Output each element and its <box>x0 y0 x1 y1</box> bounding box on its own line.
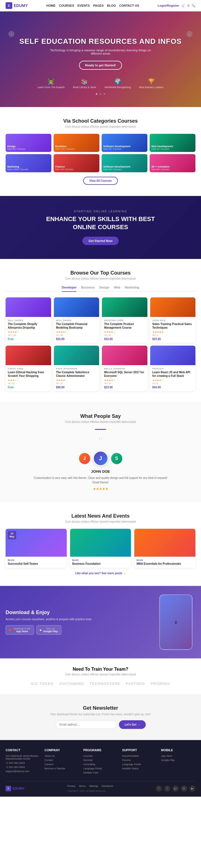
footer-logo-text: EDUMY <box>12 786 25 790</box>
news-cat-2: BLOG <box>72 559 129 561</box>
tab-web[interactable]: Web <box>114 286 120 292</box>
hero-next-button[interactable]: › <box>186 31 193 37</box>
course-card-2[interactable]: WILL GREEN The Complete Financial Modeli… <box>54 298 99 343</box>
course-instructor-5: CAROL KING <box>8 367 49 370</box>
course-rating-4: ★★★★★ <box>152 331 194 333</box>
category-business[interactable]: Business Gain 112+ Courses <box>54 134 99 152</box>
nav-pages[interactable]: PAGES <box>93 4 104 7</box>
course-card-3[interactable]: KRISTINA CARR The Complete Product Manag… <box>102 298 147 343</box>
footer-appstore-link[interactable]: App Store <box>161 754 195 757</box>
footer-consulting[interactable]: Consulting <box>83 763 117 766</box>
footer-googleplay-link[interactable]: Google Play <box>161 759 195 762</box>
footer-seminar[interactable]: Seminar <box>83 759 117 762</box>
footer-notable-status[interactable]: Notable Status <box>122 767 156 770</box>
category-software-dev-2[interactable]: Software Development Gain 50+ Courses <box>102 154 147 172</box>
cat-name-2: Business <box>55 145 98 148</box>
hero-dot-2[interactable] <box>100 93 101 95</box>
course-card-5[interactable]: CAROL KING Learn Ethical Hacking from Sc… <box>6 346 51 391</box>
hero-prev-button[interactable]: ‹ <box>8 31 15 37</box>
news-cat-1: BLOG <box>8 559 64 561</box>
footer-contact-links: 131 Dartmouth Street Boston, Massachuset… <box>6 754 40 773</box>
category-finance[interactable]: Finance Gain 14+ Courses <box>54 154 99 172</box>
news-more-link[interactable]: Like what you see? See more posts → <box>6 572 195 575</box>
feature-label-3: Worldwide Recognizing <box>105 86 131 89</box>
category-3d-animation[interactable]: 3D + Animation Gain 68+ Courses <box>150 154 195 172</box>
cat-name-4: Web Development <box>151 145 194 148</box>
course-rating-1: ★★★★☆ <box>8 331 49 333</box>
google-plus-icon[interactable]: g+ <box>173 785 179 792</box>
footer-forums[interactable]: Forums <box>122 759 156 762</box>
footer-contact-title: CONTACT <box>6 748 40 752</box>
footer-courses-link[interactable]: Courses <box>83 754 117 757</box>
footer-careers[interactable]: Careers <box>45 763 79 766</box>
category-design[interactable]: Design Gain 90+ Courses <box>6 134 51 152</box>
category-web-dev[interactable]: Web Development Gain 41+ Courses <box>150 134 195 152</box>
footer-privacy[interactable]: Privacy <box>67 785 76 787</box>
enhance-cta-button[interactable]: Get Started Now <box>82 237 119 245</box>
hero-dot-3[interactable] <box>104 93 105 95</box>
footer-phone-2[interactable]: +1 651-991-0844 <box>6 766 40 769</box>
course-card-7[interactable]: BELLA JOHNSON Microsoft SQL Server 2017 … <box>102 346 147 391</box>
footer-copyright: Copyright © 2016. All Rights Reserved. <box>67 790 113 792</box>
footer-notable-tutor[interactable]: Notable Tutor <box>83 771 117 774</box>
testimonial-stars: ★★★★★ <box>6 487 195 491</box>
cart-icon[interactable]: 🛒 <box>181 4 185 7</box>
footer-sitemap[interactable]: Sitemap <box>89 785 98 787</box>
footer-docs[interactable]: Documentation <box>122 754 156 757</box>
news-card-2[interactable]: BLOG Business Foundation <box>70 529 131 568</box>
nav-logo[interactable]: E EDUMY <box>6 2 28 9</box>
hero-dot-1[interactable] <box>96 93 97 95</box>
footer-about[interactable]: About Us <box>45 754 79 757</box>
nav-courses[interactable]: COURSES <box>59 4 74 7</box>
linkedin-icon[interactable]: in <box>181 785 187 792</box>
footer-phone-1[interactable]: +1 651-991-0844 <box>6 762 40 764</box>
app-store-button[interactable]: 🍎 Download on the App Store <box>6 625 34 635</box>
nav-events[interactable]: EVENTS <box>78 4 90 7</box>
tab-developer[interactable]: Developer <box>62 286 77 292</box>
youtube-icon[interactable]: ▶ <box>189 785 195 792</box>
footer-terms[interactable]: Terms <box>79 785 86 787</box>
footer-disclaimer[interactable]: Disclaimer <box>102 785 113 787</box>
tab-marketing[interactable]: Marketing <box>125 286 139 292</box>
footer-email[interactable]: support@edumy.com <box>6 770 40 773</box>
course-card-8[interactable]: PRISCILA Learn React JS and Web API for … <box>150 346 196 391</box>
course-title-4: Sales Training Practical Sales Technique… <box>152 322 194 330</box>
login-button[interactable]: Login/Register <box>158 4 179 7</box>
cat-name-1: Design <box>7 145 50 148</box>
hero-feature-3: 🌍 Worldwide Recognizing <box>105 78 131 89</box>
news-card-1[interactable]: 24May BLOG Successful Self-Teams <box>6 529 67 568</box>
course-card-4[interactable]: JOHN RICE Sales Training Practical Sales… <box>150 298 196 343</box>
course-rating-2: ★★★★☆ <box>56 331 97 333</box>
nav-contact[interactable]: CONTACT US <box>119 4 139 7</box>
category-software-dev[interactable]: Software Development Gain 50+ Courses <box>102 134 147 152</box>
footer-become-teacher[interactable]: Become a Teacher <box>45 767 79 770</box>
view-all-courses-button[interactable]: View All Courses <box>83 177 118 185</box>
partners-title: Need To Train Your Team? <box>6 667 195 672</box>
cat-count-6: Gain 14+ Courses <box>55 168 98 170</box>
nav-blog[interactable]: BLOG <box>107 4 116 7</box>
navbar: E EDUMY HOME COURSES EVENTS PAGES BLOG C… <box>0 0 201 11</box>
course-price-5: Free <box>8 386 49 389</box>
newsletter-email-input[interactable] <box>55 720 117 729</box>
tab-design[interactable]: Design <box>99 286 109 292</box>
testimonials-title: What People Say <box>6 413 195 419</box>
news-title: Latest News And Events <box>6 513 195 519</box>
search-icon[interactable]: 🔍 <box>192 4 195 7</box>
footer-contact-link[interactable]: Contact <box>45 759 79 762</box>
google-play-button[interactable]: ▶ Get it on Google Play <box>36 625 61 635</box>
newsletter-submit-button[interactable]: Let's Go! → <box>119 720 146 729</box>
nav-home[interactable]: HOME <box>46 4 56 7</box>
footer-lang-portal[interactable]: Language Portal <box>122 763 156 766</box>
category-marketing[interactable]: Marketing Gain 1,400+ Courses <box>6 154 51 172</box>
facebook-icon[interactable]: f <box>156 785 162 792</box>
tab-business[interactable]: Business <box>81 286 95 292</box>
course-card-6[interactable]: KATE JOHANSON The Complete Salesforce Cl… <box>54 346 99 391</box>
news-card-3[interactable]: BLOG MBA Essentials for Professionals <box>134 529 195 568</box>
trophy-icon: 🏆 <box>139 78 164 85</box>
news-cat-3: BLOG <box>137 559 193 561</box>
globe-icon: 🌍 <box>105 78 131 85</box>
twitter-icon[interactable]: t <box>164 785 170 792</box>
course-card-1[interactable]: WILL GREEN The Complete Shopify Aliexpre… <box>6 298 51 343</box>
hero-cta-button[interactable]: Ready to get Started! <box>79 61 122 70</box>
footer-language-portal[interactable]: Language Portal <box>83 767 117 770</box>
